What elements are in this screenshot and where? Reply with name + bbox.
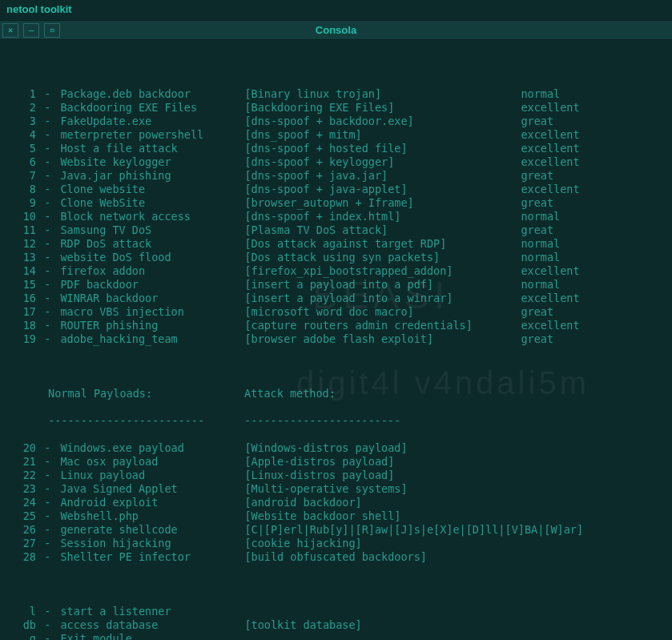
menu-name: ROUTER phishing: [60, 319, 244, 332]
menu-index: 26: [8, 523, 36, 537]
menu-name: RDP DoS attack: [60, 237, 244, 251]
menu-name: adobe_hacking_team: [60, 332, 244, 346]
menu-index: q: [8, 632, 36, 640]
menu-desc: [Dos attack against target RDP]: [244, 237, 521, 251]
menu-item[interactable]: 19 - adobe_hacking_team[browser adobe fl…: [8, 332, 664, 346]
menu-name: Samsung TV DoS: [60, 223, 244, 237]
menu-name: access database: [60, 618, 244, 632]
menu-rating: excellent: [521, 101, 579, 115]
menu-name: Exit module: [60, 632, 244, 640]
menu-name: Session hijacking: [60, 537, 244, 550]
menu-desc: [244, 605, 521, 618]
menu-rating: great: [521, 115, 553, 128]
menu-item[interactable]: 5 - Host a file attack[dns-spoof + hoste…: [8, 142, 664, 155]
menu-rating: excellent: [521, 183, 579, 196]
menu-item[interactable]: 8 - Clone website[dns-spoof + java-apple…: [8, 183, 664, 196]
menu-name: WINRAR backdoor: [60, 292, 244, 305]
menu-index: 22: [8, 469, 36, 482]
menu-desc: [Plasma TV DoS attack]: [244, 223, 521, 237]
minimize-window-button[interactable]: –: [23, 23, 39, 38]
menu-item[interactable]: 16 - WINRAR backdoor[insert a payload in…: [8, 292, 664, 305]
menu-name: Block network access: [60, 210, 244, 223]
menu-item[interactable]: 15 - PDF backdoor[insert a payload into …: [8, 278, 664, 292]
menu-item[interactable]: l - start a listenner: [8, 605, 664, 618]
menu-rating: great: [521, 223, 553, 237]
menu-rating: excellent: [521, 264, 579, 278]
menu-item[interactable]: 6 - Website keylogger[dns-spoof + keylog…: [8, 155, 664, 169]
menu-item[interactable]: 22 - Linux payload[Linux-distros payload…: [8, 469, 664, 482]
menu-item[interactable]: 17 - macro VBS injection[microsoft word …: [8, 305, 664, 319]
menu-item[interactable]: 21 - Mac osx payload[Apple-distros paylo…: [8, 455, 664, 469]
menu-rating: excellent: [521, 319, 579, 332]
menu-index: 17: [8, 305, 36, 319]
menu-desc: [dns-spoof + java.jar]: [244, 169, 521, 183]
menu-item[interactable]: db - access database[toolkit database]: [8, 618, 664, 632]
menu-item[interactable]: 1 - Package.deb backdoor[Binary linux tr…: [8, 87, 664, 101]
menu-item[interactable]: 2 - Backdooring EXE Files[Backdooring EX…: [8, 101, 664, 115]
menu-item[interactable]: 14 - firefox addon[firefox_xpi_bootstrap…: [8, 264, 664, 278]
menu-index: 3: [8, 115, 36, 128]
menu-desc: [C|[P]erl|Rub[y]|[R]aw|[J]s|e[X]e|[D]ll|…: [244, 523, 521, 537]
menu-name: meterpreter powershell: [60, 128, 244, 142]
menu-item[interactable]: 4 - meterpreter powershell[dns_spoof + m…: [8, 128, 664, 142]
menu-item[interactable]: 28 - Shellter PE infector[build obfuscat…: [8, 550, 664, 564]
menu-desc: [browser adobe flash exploit]: [244, 332, 521, 346]
menu-desc: [dns-spoof + backdoor.exe]: [244, 115, 521, 128]
menu-index: 24: [8, 496, 36, 509]
menu-index: 19: [8, 332, 36, 346]
menu-name: Windows.exe payload: [60, 441, 244, 455]
menu-index: 2: [8, 101, 36, 115]
menu-index: 25: [8, 509, 36, 523]
menu-index: db: [8, 618, 36, 632]
menu-item[interactable]: 25 - Webshell.php[Website backdoor shell…: [8, 509, 664, 523]
menu-item[interactable]: 9 - Clone WebSite[browser_autopwn + Ifra…: [8, 196, 664, 210]
menu-desc: [capture routers admin credentials]: [244, 319, 521, 332]
menu-name: Backdooring EXE Files: [60, 101, 244, 115]
menu-desc: [build obfuscated backdoors]: [244, 550, 521, 564]
menu-index: 13: [8, 251, 36, 264]
menu-item[interactable]: 27 - Session hijacking[cookie hijacking]: [8, 537, 664, 550]
maximize-window-button[interactable]: ▫: [44, 23, 60, 38]
menu-item[interactable]: 20 - Windows.exe payload[Windows-distros…: [8, 441, 664, 455]
close-window-button[interactable]: ✕: [2, 23, 18, 38]
menu-index: 23: [8, 482, 36, 496]
menu-desc: [Multi-operative systems]: [244, 482, 521, 496]
menu-rating: excellent: [521, 155, 579, 169]
menu-desc: [Windows-distros payload]: [244, 441, 521, 455]
menu-rating: great: [521, 332, 553, 346]
menu-name: firefox addon: [60, 264, 244, 278]
menu-item[interactable]: 18 - ROUTER phishing[capture routers adm…: [8, 319, 664, 332]
menu-name: Java Signed Applet: [60, 482, 244, 496]
menu-item[interactable]: 23 - Java Signed Applet[Multi-operative …: [8, 482, 664, 496]
section-header-payloads: Normal Payloads:: [48, 387, 244, 401]
menu-item[interactable]: 12 - RDP DoS attack[Dos attack against t…: [8, 237, 664, 251]
menu-desc: [dns-spoof + hosted file]: [244, 142, 521, 155]
menu-index: 6: [8, 155, 36, 169]
menu-item[interactable]: 10 - Block network access[dns-spoof + in…: [8, 210, 664, 223]
menu-rating: great: [521, 305, 553, 319]
menu-desc: [dns-spoof + keylogger]: [244, 155, 521, 169]
menu-name: Clone WebSite: [60, 196, 244, 210]
menu-name: Android exploit: [60, 496, 244, 509]
menu-rating: excellent: [521, 128, 579, 142]
menu-index: 16: [8, 292, 36, 305]
menu-index: 8: [8, 183, 36, 196]
menu-rating: great: [521, 169, 553, 183]
menu-index: 9: [8, 196, 36, 210]
menu-desc: [insert a payload into a winrar]: [244, 292, 521, 305]
menu-item[interactable]: 26 - generate shellcode[C|[P]erl|Rub[y]|…: [8, 523, 664, 537]
menu-desc: [dns_spoof + mitm]: [244, 128, 521, 142]
menu-name: FakeUpdate.exe: [60, 115, 244, 128]
menu-desc: [Linux-distros payload]: [244, 469, 521, 482]
menu-desc: [insert a payload into a pdf]: [244, 278, 521, 292]
divider: ------------------------: [244, 414, 529, 428]
menu-item[interactable]: 3 - FakeUpdate.exe[dns-spoof + backdoor.…: [8, 115, 664, 128]
menu-desc: [Binary linux trojan]: [244, 87, 521, 101]
menu-item[interactable]: 11 - Samsung TV DoS[Plasma TV DoS attack…: [8, 223, 664, 237]
menu-item[interactable]: 7 - Java.jar phishing[dns-spoof + java.j…: [8, 169, 664, 183]
menu-item[interactable]: q - Exit module: [8, 632, 664, 640]
menu-rating: excellent: [521, 292, 579, 305]
menu-item[interactable]: 13 - website DoS flood[Dos attack using …: [8, 251, 664, 264]
menu-index: 28: [8, 550, 36, 564]
menu-item[interactable]: 24 - Android exploit[android backdoor]: [8, 496, 664, 509]
